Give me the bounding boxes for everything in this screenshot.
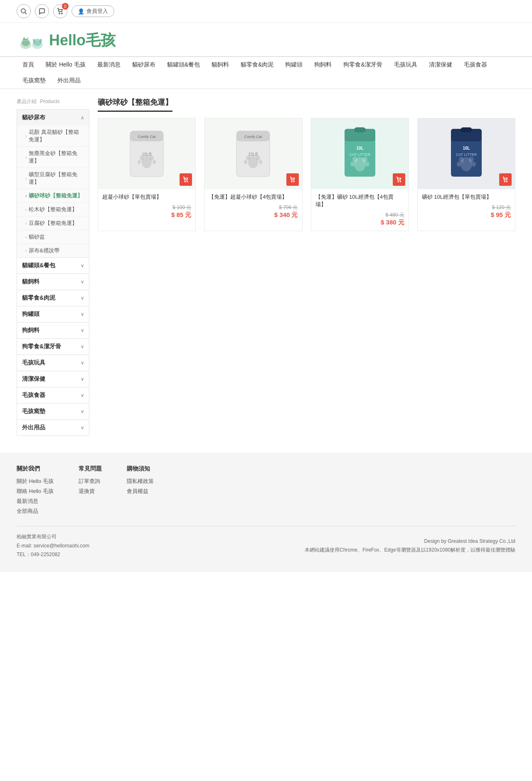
- add-to-cart-button-2[interactable]: [286, 173, 299, 186]
- sidebar-section-beds-header[interactable]: 毛孩窩墊 ∨: [17, 404, 89, 419]
- sidebar-title: 產品介紹 Products: [17, 97, 89, 105]
- sidebar-section-outdoor: 外出用品 ∨: [17, 420, 89, 436]
- arrow-icon: ›: [25, 176, 27, 181]
- svg-point-28: [246, 155, 250, 160]
- sidebar-item-tofu[interactable]: › 豆腐砂【整箱免運】: [17, 217, 89, 230]
- footer-return-link[interactable]: 退換貨: [79, 488, 102, 495]
- add-to-cart-button-3[interactable]: [393, 173, 405, 186]
- footer-about-title: 關於我們: [17, 465, 54, 473]
- footer: 關於我們 關於 Hello 毛孩 聯絡 Hello 毛孩 最新消息 全部商品 常…: [0, 453, 532, 572]
- add-to-cart-button-1[interactable]: [180, 173, 192, 186]
- product-bag-svg-2: Comfy Cat 10LB: [234, 127, 272, 181]
- product-image-4: 10L CAT LITTER: [418, 118, 515, 189]
- logo-text: Hello毛孩: [49, 30, 116, 51]
- sidebar-section-dog-snacks-header[interactable]: 狗零食&潔牙骨 ∨: [17, 339, 89, 355]
- footer-contact-link[interactable]: 聯絡 Hello 毛孩: [17, 488, 54, 495]
- product-card-4[interactable]: 10L CAT LITTER 礦砂 10L經濟包【單包賣場】: [417, 118, 515, 231]
- svg-text:Comfy Cat: Comfy Cat: [244, 135, 262, 139]
- nav-about[interactable]: 關於 Hello 毛孩: [40, 57, 91, 73]
- footer-news-link[interactable]: 最新消息: [17, 498, 54, 505]
- product-bag-svg-1: Comfy Cat 10LB: [128, 127, 165, 181]
- nav-cat-cans[interactable]: 貓罐頭&餐包: [161, 57, 206, 73]
- add-to-cart-button-4[interactable]: [499, 173, 512, 186]
- svg-marker-6: [22, 37, 26, 40]
- product-card-3[interactable]: 10L CAT LITTER 【免運】礦砂 10L經濟包【4包賣場】: [311, 118, 409, 231]
- sidebar-section-dog-food-header[interactable]: 狗飼料 ∨: [17, 323, 89, 338]
- product-info-3: 【免運】礦砂 10L經濟包【4包賣場】 $ 480 元 $ 380 元: [311, 189, 409, 231]
- sidebar-section-clean-header[interactable]: 清潔保健 ∨: [17, 371, 89, 387]
- chevron-down-icon: ∨: [81, 393, 84, 398]
- member-login-button[interactable]: 👤 會員登入: [71, 5, 114, 17]
- main-layout: 產品介紹 Products 貓砂尿布 ∧ › 花顏 真花貓砂【整箱免運】 › 無…: [0, 89, 532, 444]
- nav-news[interactable]: 最新消息: [91, 57, 126, 73]
- nav-cat-litter[interactable]: 貓砂尿布: [126, 57, 161, 73]
- footer-about-link[interactable]: 關於 Hello 毛孩: [17, 478, 54, 485]
- nav-cat-food[interactable]: 貓飼料: [206, 57, 235, 73]
- footer-order-link[interactable]: 訂單查詢: [79, 478, 102, 485]
- nav-dog-food[interactable]: 狗飼料: [308, 57, 337, 73]
- arrow-icon: ›: [25, 155, 27, 160]
- product-price-old-2: $ 796 元: [209, 204, 298, 211]
- sidebar-item-litter-box[interactable]: › 貓砂盆: [17, 230, 89, 244]
- sidebar-section-dog-cans-header[interactable]: 狗罐頭 ∨: [17, 306, 89, 322]
- svg-rect-48: [461, 128, 472, 132]
- product-info-1: 超凝小球砂【單包賣場】 $ 100 元 $ 85 元: [98, 189, 195, 223]
- sidebar-section-cat-cans: 貓罐頭&餐包 ∨: [17, 258, 89, 274]
- svg-point-0: [21, 9, 25, 13]
- sidebar-item-mineral-ball[interactable]: › 礦砂球砂【整箱免運】: [17, 189, 89, 203]
- chevron-down-icon: ∨: [81, 263, 84, 269]
- sidebar-section-cat-food-header[interactable]: 貓飼料 ∨: [17, 274, 89, 290]
- sidebar-section-outdoor-header[interactable]: 外出用品 ∨: [17, 420, 89, 436]
- nav-dog-snacks[interactable]: 狗零食&潔牙骨: [337, 57, 388, 73]
- sidebar-item-mineral-tofu[interactable]: › 礦型豆腐砂【整箱免運】: [17, 168, 89, 189]
- sidebar-section-cat-snacks-header[interactable]: 貓零食&肉泥 ∨: [17, 290, 89, 306]
- product-info-4: 礦砂 10L經濟包【單包賣場】 $ 120 元 $ 95 元: [418, 189, 515, 223]
- footer-all-products-link[interactable]: 全部商品: [17, 508, 54, 515]
- nav-beds[interactable]: 毛孩窩墊: [17, 73, 52, 89]
- svg-point-54: [457, 162, 461, 167]
- chevron-down-icon: ∨: [81, 360, 84, 366]
- product-card-1[interactable]: Comfy Cat 10LB 超凝小球砂【單包賣場】: [98, 118, 196, 231]
- chevron-down-icon: ∨: [81, 279, 84, 285]
- product-image-1: Comfy Cat 10LB: [98, 118, 195, 189]
- logo-area: Hello毛孩: [0, 23, 532, 56]
- sidebar-menu: 貓砂尿布 ∧ › 花顏 真花貓砂【整箱免運】 › 無塵黑金砂【整箱免運】 › 礦…: [17, 109, 89, 436]
- page-title: 礦砂球砂【整箱免運】: [98, 97, 172, 112]
- products-grid: Comfy Cat 10LB 超凝小球砂【單包賣場】: [98, 118, 515, 231]
- sidebar-section-cat-cans-header[interactable]: 貓罐頭&餐包 ∨: [17, 258, 89, 273]
- nav-dog-cans[interactable]: 狗罐頭: [279, 57, 308, 73]
- logo-icon: [17, 29, 46, 52]
- footer-member-rights-link[interactable]: 會員權益: [127, 488, 154, 495]
- nav-outdoor[interactable]: 外出用品: [52, 73, 86, 89]
- product-card-2[interactable]: Comfy Cat 10LB 【免運】超凝小球砂【4包賣場】 $ 796 元: [204, 118, 302, 231]
- sidebar-section-beds: 毛孩窩墊 ∨: [17, 404, 89, 420]
- nav-cat-snacks[interactable]: 貓零食&肉泥: [235, 57, 279, 73]
- sidebar-section-utensils-header[interactable]: 毛孩食器 ∨: [17, 387, 89, 403]
- svg-point-44: [398, 181, 399, 182]
- nav-clean[interactable]: 清潔保健: [423, 57, 458, 73]
- product-info-2: 【免運】超凝小球砂【4包賣場】 $ 796 元 $ 340 元: [204, 189, 302, 223]
- arrow-icon: ›: [25, 249, 27, 253]
- nav-home[interactable]: 首頁: [17, 57, 40, 73]
- product-price-old-1: $ 100 元: [102, 204, 191, 211]
- sidebar-item-black-gold[interactable]: › 無塵黑金砂【整箱免運】: [17, 147, 89, 168]
- sidebar-section-cat-litter-header[interactable]: 貓砂尿布 ∧: [17, 110, 89, 126]
- product-name-1: 超凝小球砂【單包賣場】: [102, 193, 191, 201]
- sidebar-section-toys-header[interactable]: 毛孩玩具 ∨: [17, 355, 89, 371]
- sidebar-section-cat-food: 貓飼料 ∨: [17, 274, 89, 290]
- sidebar-item-pine[interactable]: › 松木砂【整箱免運】: [17, 203, 89, 217]
- chevron-down-icon: ∨: [81, 425, 84, 431]
- svg-point-21: [185, 181, 186, 182]
- chat-button[interactable]: [35, 4, 49, 18]
- nav-utensils[interactable]: 毛孩食器: [458, 57, 493, 73]
- svg-point-29: [256, 155, 260, 160]
- product-image-2: Comfy Cat 10LB: [204, 118, 302, 189]
- svg-point-30: [244, 160, 247, 164]
- product-bag-svg-4: 10L CAT LITTER: [448, 127, 485, 181]
- cart-button[interactable]: 0: [53, 4, 67, 18]
- search-button[interactable]: [17, 4, 31, 18]
- nav-toys[interactable]: 毛孩玩具: [388, 57, 423, 73]
- sidebar-item-flower-cat[interactable]: › 花顏 真花貓砂【整箱免運】: [17, 126, 89, 147]
- sidebar-item-diaper[interactable]: › 尿布&禮說帶: [17, 244, 89, 257]
- footer-privacy-link[interactable]: 隱私權政策: [127, 478, 154, 485]
